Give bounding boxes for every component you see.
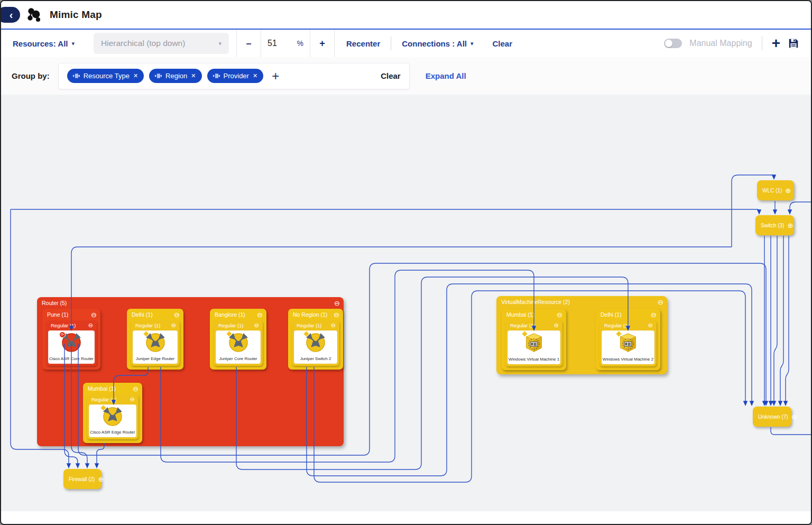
group-regular[interactable]: Regular (1) ⊖: [214, 320, 263, 366]
page-title: Mimic Map: [50, 9, 102, 21]
toolbar: Resources: All ▾ Hierarchical (top down)…: [1, 30, 811, 57]
close-icon[interactable]: ✕: [191, 72, 196, 79]
map-canvas[interactable]: Router (5) ⊖ Pune (1) ⊖ Regular (1) ⊖ ⟳: [1, 95, 811, 511]
chevron-left-icon: ‹: [10, 9, 13, 21]
expand-icon[interactable]: ⊕: [791, 413, 797, 420]
save-icon[interactable]: [788, 38, 799, 49]
connections-dropdown[interactable]: Connections : All ▾: [402, 39, 473, 48]
node-switch[interactable]: Switch (3) ⊕: [755, 215, 794, 235]
expand-icon[interactable]: ⊕: [785, 187, 791, 194]
node-unknown[interactable]: Unknown (7) ⊕: [753, 407, 791, 427]
edge: [774, 236, 777, 405]
group-virtual-machine-resource[interactable]: VirtualMachineResource (2) ⊖ Mumbai (1) …: [496, 296, 667, 374]
node-wlc[interactable]: WLC (1) ⊕: [757, 180, 794, 200]
drag-handle-icon: [213, 72, 220, 79]
node-juniper-switch-2[interactable]: Juniper Switch 2: [294, 330, 337, 364]
toolbar-divider: [762, 36, 762, 50]
group-mumbai-router[interactable]: Mumbai (1) ⊖ Regular (1) ⊖: [83, 383, 142, 443]
drag-handle-icon: [73, 72, 80, 79]
app-logo-icon: [26, 7, 42, 23]
zoom-control: – 51 % +: [236, 30, 335, 57]
collapse-icon[interactable]: ⊖: [658, 299, 663, 306]
status-badge: ⟳: [59, 331, 66, 338]
group-regular[interactable]: Regular (1) ⊖: [131, 320, 180, 366]
recenter-button[interactable]: Recenter: [346, 39, 380, 48]
zoom-out-button[interactable]: –: [237, 30, 261, 57]
drag-handle-icon: [155, 72, 162, 79]
close-icon[interactable]: ✕: [133, 72, 138, 79]
group-regular[interactable]: Regular (1) ⊖ ⟳: [46, 320, 97, 366]
manual-mapping-label: Manual Mapping: [689, 39, 752, 48]
node-juniper-core-router[interactable]: Juniper Core Router: [216, 330, 261, 364]
footer-strip: [1, 511, 811, 525]
group-router[interactable]: Router (5) ⊖ Pune (1) ⊖ Regular (1) ⊖ ⟳: [37, 297, 344, 446]
clear-connections-button[interactable]: Clear: [493, 39, 513, 48]
collapse-icon[interactable]: ⊖: [88, 323, 93, 328]
layout-select[interactable]: Hierarchical (top down) ▾: [94, 33, 229, 54]
expand-icon[interactable]: ⊕: [98, 476, 104, 483]
percent-sign: %: [297, 39, 303, 48]
node-juniper-edge-router[interactable]: Juniper Edge Router: [133, 330, 178, 364]
edge: [786, 236, 789, 405]
toggle-knob: [665, 40, 672, 47]
zoom-value-field[interactable]: 51 %: [261, 30, 310, 57]
chip-region[interactable]: Region ✕: [149, 69, 201, 83]
node-cisco-asr-core-router[interactable]: ⟳ Cisco ASR Core Router: [48, 330, 95, 364]
app-window: ‹ Mimic Map Resources: All ▾ Hierarchica…: [0, 0, 812, 525]
edge: [780, 236, 783, 405]
edge: [771, 427, 811, 435]
group-pune[interactable]: Pune (1) ⊖ Regular (1) ⊖ ⟳: [42, 309, 100, 370]
collapse-icon[interactable]: ⊖: [174, 311, 180, 318]
edge: [97, 443, 104, 467]
clear-group-by-button[interactable]: Clear: [381, 71, 401, 80]
group-mumbai-vm[interactable]: Mumbai (1) ⊖ Regular (1) ⊖: [502, 309, 566, 370]
collapse-icon[interactable]: ⊖: [334, 300, 340, 307]
collapse-icon[interactable]: ⊖: [91, 311, 97, 318]
node-firewall[interactable]: Firewall (2) ⊕: [63, 469, 102, 489]
collapse-icon[interactable]: ⊖: [331, 323, 336, 328]
group-by-panel: Resource Type ✕ Region ✕ Provider ✕ +: [58, 63, 410, 89]
group-no-region[interactable]: No Region (1) ⊖ Regular (1) ⊖: [288, 309, 343, 370]
caret-down-icon: ▾: [218, 40, 222, 47]
group-regular[interactable]: Regular (1) ⊖: [505, 320, 562, 366]
node-windows-vm-1[interactable]: Windows Virtual Machine 1: [508, 330, 560, 364]
caret-down-icon: ▾: [470, 40, 474, 47]
back-button[interactable]: ‹: [0, 7, 20, 23]
collapse-icon[interactable]: ⊖: [171, 323, 176, 328]
add-node-button[interactable]: +: [772, 36, 780, 51]
node-cisco-asr-edge-router[interactable]: Cisco ASR Edge Router: [89, 404, 136, 437]
group-banglore[interactable]: Banglore (1) ⊖ Regular (1) ⊖: [210, 309, 266, 370]
resources-dropdown[interactable]: Resources: All ▾: [13, 39, 75, 48]
collapse-icon[interactable]: ⊖: [133, 385, 139, 392]
expand-icon[interactable]: ⊕: [787, 222, 793, 229]
group-title: Router (5): [42, 300, 67, 306]
edge: [11, 209, 759, 214]
group-by-label: Group by:: [12, 71, 50, 80]
collapse-icon[interactable]: ⊖: [334, 311, 339, 318]
zoom-value: 51: [267, 39, 277, 48]
collapse-icon[interactable]: ⊖: [554, 323, 559, 328]
group-regular[interactable]: Regular (1) ⊖: [292, 320, 339, 366]
group-by-bar: Group by: Resource Type ✕ Region ✕: [1, 57, 811, 95]
close-icon[interactable]: ✕: [253, 72, 257, 79]
expand-all-button[interactable]: Expand All: [426, 71, 466, 80]
manual-mapping-toggle[interactable]: [664, 39, 682, 48]
edge: [790, 202, 811, 214]
collapse-icon[interactable]: ⊖: [257, 311, 263, 318]
group-regular[interactable]: Regular (1) ⊖: [599, 320, 657, 366]
chip-provider[interactable]: Provider ✕: [207, 69, 264, 83]
node-windows-vm-2[interactable]: Windows Virtual Machine 2: [602, 330, 654, 364]
app-header: ‹ Mimic Map: [1, 1, 811, 29]
group-delhi[interactable]: Delhi (1) ⊖ Regular (1) ⊖: [127, 309, 183, 370]
toolbar-divider: [391, 36, 391, 50]
collapse-icon[interactable]: ⊖: [557, 311, 562, 318]
zoom-in-button[interactable]: +: [310, 30, 334, 57]
add-group-by-button[interactable]: +: [272, 70, 279, 82]
collapse-icon[interactable]: ⊖: [648, 323, 653, 328]
collapse-icon[interactable]: ⊖: [254, 323, 259, 328]
group-regular[interactable]: Regular (1) ⊖: [87, 394, 139, 439]
chip-resource-type[interactable]: Resource Type ✕: [67, 69, 144, 83]
group-delhi-vm[interactable]: Delhi (1) ⊖ Regular (1) ⊖: [596, 309, 660, 370]
collapse-icon[interactable]: ⊖: [130, 397, 135, 402]
collapse-icon[interactable]: ⊖: [651, 311, 657, 318]
